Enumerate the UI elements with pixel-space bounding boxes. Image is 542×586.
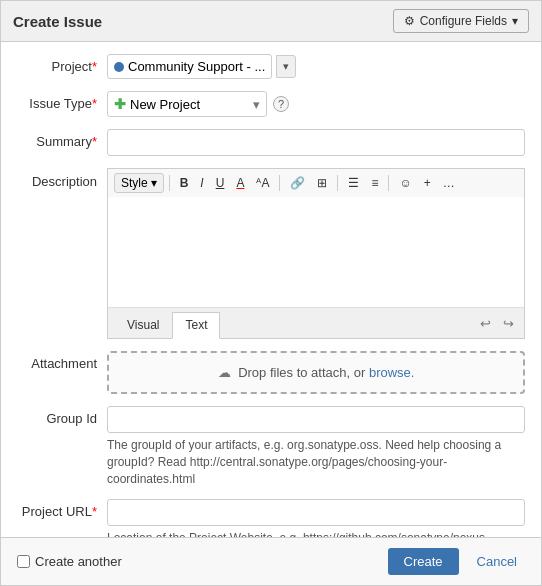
group-id-input[interactable] — [107, 406, 525, 433]
project-selector: Community Support - ... ▾ — [107, 54, 525, 79]
dialog-title: Create Issue — [13, 13, 102, 30]
summary-required: * — [92, 134, 97, 149]
issue-type-arrow: ▾ — [253, 97, 260, 112]
attachment-label: Attachment — [17, 351, 107, 371]
dialog-header: Create Issue ⚙ Configure Fields ▾ — [1, 1, 541, 42]
undo-redo-controls: ↩ ↪ — [476, 314, 518, 333]
issue-type-field: ✚ New Project ▾ ? — [107, 91, 525, 117]
style-dropdown-button[interactable]: Style ▾ — [114, 173, 164, 193]
create-another-checkbox-label[interactable]: Create another — [17, 554, 122, 569]
description-label: Description — [17, 168, 107, 189]
redo-button[interactable]: ↪ — [499, 314, 518, 333]
description-editor-area[interactable] — [107, 197, 525, 307]
undo-button[interactable]: ↩ — [476, 314, 495, 333]
group-id-row: Group Id The groupId of your artifacts, … — [17, 406, 525, 487]
issue-type-help-icon[interactable]: ? — [273, 96, 289, 112]
project-label: Project* — [17, 54, 107, 74]
project-value: Community Support - ... — [128, 59, 265, 74]
dialog-body: Project* Community Support - ... ▾ Issue… — [1, 42, 541, 537]
group-id-label: Group Id — [17, 406, 107, 426]
project-url-required: * — [92, 504, 97, 519]
create-issue-dialog: Create Issue ⚙ Configure Fields ▾ Projec… — [0, 0, 542, 586]
configure-fields-arrow: ▾ — [512, 14, 518, 28]
configure-fields-button[interactable]: ⚙ Configure Fields ▾ — [393, 9, 529, 33]
project-row: Project* Community Support - ... ▾ — [17, 54, 525, 79]
tab-visual[interactable]: Visual — [114, 312, 172, 338]
create-another-checkbox[interactable] — [17, 555, 30, 568]
table-icon: ⊞ — [317, 176, 327, 190]
project-dropdown-arrow[interactable]: ▾ — [276, 55, 296, 78]
attachment-browse-link[interactable]: browse. — [369, 365, 415, 380]
toolbar-sep-2 — [279, 175, 280, 191]
summary-label: Summary* — [17, 129, 107, 149]
attachment-row: Attachment ☁ Drop files to attach, or br… — [17, 351, 525, 394]
editor-tabs-bar: Visual Text ↩ ↪ — [107, 307, 525, 339]
emoji-icon: ☺ — [399, 176, 411, 190]
description-field: Style ▾ B I U A — [107, 168, 525, 339]
attachment-drop-zone[interactable]: ☁ Drop files to attach, or browse. — [107, 351, 525, 394]
style-arrow-icon: ▾ — [151, 176, 157, 190]
group-id-help-text: The groupId of your artifacts, e.g. org.… — [107, 437, 525, 487]
project-field: Community Support - ... ▾ — [107, 54, 525, 79]
create-another-label: Create another — [35, 554, 122, 569]
toolbar-sep-3 — [337, 175, 338, 191]
issue-type-selector: ✚ New Project ▾ ? — [107, 91, 525, 117]
attachment-field: ☁ Drop files to attach, or browse. — [107, 351, 525, 394]
project-url-label: Project URL* — [17, 499, 107, 519]
project-url-field: Location of the Project Website, e.g. ht… — [107, 499, 525, 537]
emoji-button[interactable]: ☺ — [394, 174, 416, 192]
more-icon: … — [443, 176, 455, 190]
create-button[interactable]: Create — [388, 548, 459, 575]
table-button[interactable]: ⊞ — [312, 174, 332, 192]
italic-button[interactable]: I — [195, 174, 208, 192]
bold-button[interactable]: B — [175, 174, 194, 192]
summary-field — [107, 129, 525, 156]
configure-fields-label: Configure Fields — [420, 14, 507, 28]
project-dropdown[interactable]: Community Support - ... — [107, 54, 272, 79]
plus-icon: + — [424, 176, 431, 190]
issue-type-label: Issue Type* — [17, 91, 107, 111]
color-a-container: A — [236, 176, 244, 190]
upload-icon: ☁ — [218, 365, 231, 380]
issue-type-row: Issue Type* ✚ New Project ▾ ? — [17, 91, 525, 117]
editor-toolbar: Style ▾ B I U A — [107, 168, 525, 197]
font-size-button[interactable]: ᴬA — [251, 174, 274, 192]
tab-text[interactable]: Text — [172, 312, 220, 339]
list-icon: ☰ — [348, 176, 359, 190]
issue-type-dropdown[interactable]: ✚ New Project ▾ — [107, 91, 267, 117]
link-button[interactable]: 🔗 — [285, 174, 310, 192]
link-icon: 🔗 — [290, 176, 305, 190]
summary-input[interactable] — [107, 129, 525, 156]
issue-type-value: New Project — [130, 97, 200, 112]
attachment-drop-text: Drop files to attach, or — [238, 365, 365, 380]
new-project-icon: ✚ — [114, 96, 126, 112]
toolbar-sep-4 — [388, 175, 389, 191]
editor-tabs: Visual Text — [114, 308, 220, 338]
project-color-dot — [114, 62, 124, 72]
more-button[interactable]: … — [438, 174, 460, 192]
underline-button[interactable]: U — [211, 174, 230, 192]
ordered-list-button[interactable]: ≡ — [366, 174, 383, 192]
cancel-button[interactable]: Cancel — [469, 548, 525, 575]
ordered-list-icon: ≡ — [371, 176, 378, 190]
color-button[interactable]: A — [231, 174, 249, 192]
project-url-input[interactable] — [107, 499, 525, 526]
project-url-row: Project URL* Location of the Project Web… — [17, 499, 525, 537]
unordered-list-button[interactable]: ☰ — [343, 174, 364, 192]
toolbar-sep-1 — [169, 175, 170, 191]
gear-icon: ⚙ — [404, 14, 415, 28]
summary-row: Summary* — [17, 129, 525, 156]
description-row: Description Style ▾ B I — [17, 168, 525, 339]
dialog-footer: Create another Create Cancel — [1, 537, 541, 585]
plus-button[interactable]: + — [419, 174, 436, 192]
project-required: * — [92, 59, 97, 74]
project-url-help-text: Location of the Project Website, e.g. ht… — [107, 530, 525, 537]
issue-type-required: * — [92, 96, 97, 111]
group-id-field: The groupId of your artifacts, e.g. org.… — [107, 406, 525, 487]
